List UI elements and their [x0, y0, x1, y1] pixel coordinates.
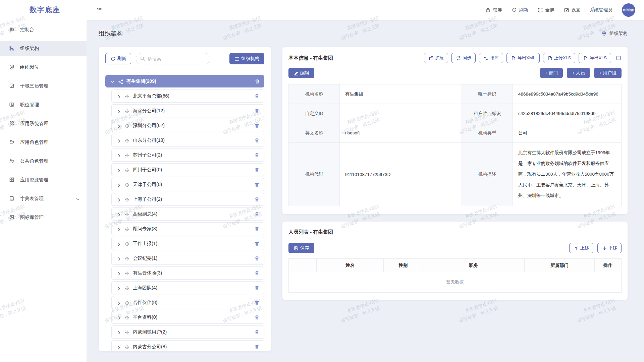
- delete-icon[interactable]: [254, 108, 259, 113]
- delete-icon[interactable]: [254, 153, 259, 158]
- org-structure-button[interactable]: 组织机构: [229, 53, 264, 64]
- chevron-right-icon[interactable]: [116, 345, 120, 349]
- drag-handle-icon[interactable]: [124, 109, 129, 113]
- add-person-button[interactable]: + 人员: [567, 68, 590, 78]
- chevron-right-icon[interactable]: [116, 212, 120, 216]
- drag-handle-icon[interactable]: [124, 94, 129, 98]
- avatar[interactable]: mMan: [622, 3, 635, 17]
- tree-node[interactable]: 天津子公司(0): [111, 178, 264, 191]
- delete-icon[interactable]: [254, 197, 259, 202]
- tree-node[interactable]: 内蒙古分公司(8): [111, 340, 264, 351]
- refresh-button[interactable]: 刷新: [512, 7, 528, 13]
- chevron-right-icon[interactable]: [116, 168, 120, 172]
- sidebar-item-console[interactable]: 控制台: [0, 22, 87, 38]
- chevron-right-icon[interactable]: [116, 315, 120, 319]
- delete-icon[interactable]: [254, 329, 259, 335]
- delete-icon[interactable]: [254, 94, 259, 99]
- sort-button[interactable]: 排序: [479, 53, 503, 63]
- drag-handle-icon[interactable]: [124, 212, 129, 216]
- settings-button[interactable]: 设置: [564, 7, 581, 13]
- drag-handle-icon[interactable]: [124, 300, 129, 305]
- delete-icon[interactable]: [254, 256, 259, 261]
- tree-root-node[interactable]: 有生集团(209): [105, 75, 264, 87]
- drag-handle-icon[interactable]: [124, 271, 129, 275]
- add-department-button[interactable]: + 部门: [540, 68, 563, 78]
- drag-handle-icon[interactable]: [124, 256, 129, 260]
- save-button[interactable]: 保存: [288, 243, 314, 253]
- chevron-right-icon[interactable]: [116, 153, 120, 157]
- tree-refresh-button[interactable]: 刷新: [105, 53, 131, 64]
- delete-icon[interactable]: [254, 182, 259, 187]
- chevron-right-icon[interactable]: [116, 286, 120, 290]
- tree-node[interactable]: 合作伙伴(8): [111, 296, 264, 309]
- delete-icon[interactable]: [254, 241, 259, 246]
- tree-node[interactable]: 北京平台总部(66): [111, 89, 264, 103]
- delete-icon[interactable]: [254, 285, 259, 290]
- fullscreen-button[interactable]: 全屏: [538, 7, 554, 13]
- current-user[interactable]: 系统管理员: [590, 7, 613, 13]
- sidebar-item-icon-library-mgmt[interactable]: 图标库管理: [0, 210, 87, 225]
- delete-icon[interactable]: [254, 167, 259, 172]
- sidebar-item-public-role-mgmt[interactable]: 公共角色管理: [0, 154, 87, 169]
- drag-handle-icon[interactable]: [124, 182, 129, 187]
- drag-handle-icon[interactable]: [124, 315, 129, 319]
- tree-node[interactable]: 上海子公司(2): [111, 193, 264, 206]
- drag-handle-icon[interactable]: [124, 197, 129, 201]
- tree-node[interactable]: 内蒙测试用户(2): [111, 325, 264, 339]
- lock-screen-button[interactable]: 锁屏: [485, 7, 502, 13]
- tree-node[interactable]: 有生云体验(3): [111, 266, 264, 280]
- chevron-right-icon[interactable]: [116, 138, 120, 142]
- tree-node[interactable]: 深圳分公司(62): [111, 119, 264, 132]
- export-xls-button[interactable]: 导出XLS: [579, 53, 611, 63]
- tree-node[interactable]: 平台资料(0): [111, 311, 264, 324]
- drag-handle-icon[interactable]: [124, 330, 129, 334]
- tree-node[interactable]: 高级副总(4): [111, 207, 264, 221]
- sidebar-item-dictionary-mgmt[interactable]: 字典表管理: [0, 191, 87, 206]
- sidebar-item-app-system-mgmt[interactable]: 应用系统管理: [0, 116, 87, 131]
- chevron-right-icon[interactable]: [116, 109, 120, 113]
- chevron-right-icon[interactable]: [116, 330, 120, 334]
- search-input[interactable]: [136, 53, 210, 64]
- move-down-button[interactable]: 下移: [597, 243, 622, 253]
- sync-button[interactable]: 同步: [451, 53, 476, 63]
- chevron-right-icon[interactable]: [116, 256, 120, 260]
- delete-icon[interactable]: [254, 270, 259, 276]
- chevron-right-icon[interactable]: [116, 183, 120, 187]
- delete-icon[interactable]: [254, 315, 259, 320]
- sidebar-item-position-mgmt[interactable]: 职位管理: [0, 97, 87, 113]
- drag-handle-icon[interactable]: [124, 168, 129, 172]
- delete-icon[interactable]: [255, 79, 260, 84]
- sidebar-item-app-role-mgmt[interactable]: 应用角色管理: [0, 135, 87, 150]
- drag-handle-icon[interactable]: [124, 241, 129, 246]
- chevron-right-icon[interactable]: [116, 271, 120, 275]
- move-up-button[interactable]: 上移: [569, 243, 593, 253]
- chevron-down-icon[interactable]: [110, 79, 114, 83]
- add-user-group-button[interactable]: + 用户组: [594, 68, 622, 78]
- chevron-right-icon[interactable]: [116, 94, 120, 98]
- delete-icon[interactable]: [254, 226, 259, 231]
- sidebar-item-subdomain-admins[interactable]: 子域三员管理: [0, 78, 87, 94]
- expand-button[interactable]: 扩展: [424, 53, 448, 63]
- tree-node[interactable]: 上海团队(4): [111, 281, 264, 294]
- tree-node[interactable]: 苏州子公司(2): [111, 148, 264, 162]
- chevron-right-icon[interactable]: [116, 242, 120, 246]
- chevron-right-icon[interactable]: [116, 197, 120, 201]
- tree-node[interactable]: 顾问专家(3): [111, 222, 264, 235]
- delete-icon[interactable]: [254, 212, 259, 217]
- chevron-right-icon[interactable]: [116, 301, 120, 305]
- tree-node[interactable]: 海淀分公司(12): [111, 104, 264, 117]
- export-xml-button[interactable]: 导出XML: [506, 53, 540, 63]
- collapse-panel-icon[interactable]: [616, 55, 622, 61]
- sidebar-item-app-resource-mgmt[interactable]: 应用资源管理: [0, 172, 87, 188]
- drag-handle-icon[interactable]: [124, 123, 129, 128]
- tree-node[interactable]: 四川子公司(0): [111, 163, 264, 176]
- upload-xls-button[interactable]: 上传XLS: [543, 53, 576, 63]
- sidebar-fold-icon[interactable]: [97, 7, 103, 13]
- delete-icon[interactable]: [254, 123, 259, 128]
- drag-handle-icon[interactable]: [124, 227, 129, 231]
- tree-node[interactable]: 山东分公司(18): [111, 134, 264, 147]
- drag-handle-icon[interactable]: [124, 286, 129, 290]
- delete-icon[interactable]: [254, 300, 259, 305]
- chevron-right-icon[interactable]: [116, 227, 120, 231]
- drag-handle-icon[interactable]: [124, 153, 129, 157]
